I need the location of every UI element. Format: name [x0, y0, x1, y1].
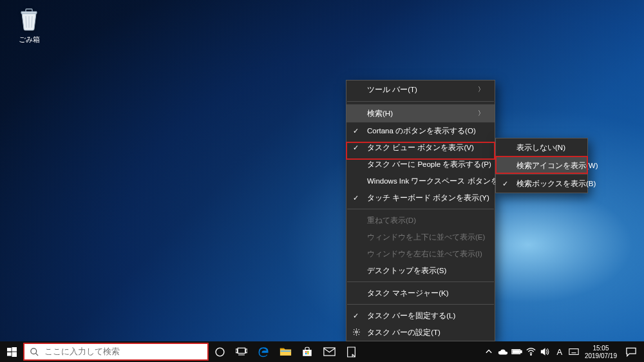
- svg-rect-20: [323, 348, 334, 356]
- chevron-right-icon: 〉: [465, 85, 484, 94]
- edge-button[interactable]: [252, 341, 274, 362]
- folder-icon: [279, 347, 292, 357]
- svg-rect-22: [521, 350, 522, 352]
- svg-rect-25: [569, 349, 578, 355]
- clock-time: 15:05: [585, 345, 617, 353]
- svg-rect-12: [236, 349, 237, 353]
- svg-rect-5: [12, 347, 17, 352]
- tray-network[interactable]: [524, 341, 538, 362]
- check-icon: ✓: [353, 312, 359, 320]
- cortana-icon: [214, 347, 225, 357]
- trash-icon: [15, 5, 43, 32]
- svg-point-24: [531, 354, 532, 356]
- svg-line-9: [35, 353, 38, 356]
- submenu-hidden[interactable]: 表示しない(N): [496, 138, 587, 157]
- check-icon: ✓: [353, 194, 359, 202]
- menu-separator: [347, 304, 494, 305]
- menu-toolbar[interactable]: ツール バー(T) 〉: [346, 81, 495, 99]
- svg-rect-16: [305, 351, 307, 352]
- clock-date: 2019/07/19: [585, 352, 617, 361]
- store-icon: [301, 346, 313, 357]
- windows-icon: [7, 347, 17, 357]
- svg-point-3: [355, 330, 357, 332]
- svg-rect-4: [7, 347, 12, 351]
- recycle-bin-icon[interactable]: ごみ箱: [9, 5, 49, 44]
- menu-stack-vertical: ウィンドウを上下に並べて表示(E): [346, 229, 495, 245]
- recycle-bin-label: ごみ箱: [9, 35, 49, 44]
- file-explorer-button[interactable]: [274, 341, 296, 362]
- svg-rect-6: [7, 352, 12, 356]
- svg-rect-11: [238, 348, 245, 353]
- search-input[interactable]: [44, 347, 202, 356]
- chevron-right-icon: 〉: [465, 109, 484, 118]
- svg-rect-17: [307, 351, 308, 352]
- search-submenu: 表示しない(N) 検索アイコンを表示(W) ✓ 検索ボックスを表示(B): [495, 138, 588, 193]
- menu-separator: [347, 209, 494, 209]
- search-icon: [30, 347, 39, 357]
- menu-cascade: 重ねて表示(D): [346, 212, 495, 229]
- battery-icon: [511, 348, 522, 355]
- notification-icon: [626, 347, 636, 357]
- svg-rect-13: [246, 349, 247, 353]
- task-view-button[interactable]: [231, 341, 252, 362]
- system-tray: A 15:05 2019/07/19: [482, 341, 644, 362]
- speaker-icon: [540, 347, 550, 356]
- menu-cortana-button[interactable]: ✓ Cortana のボタンを表示する(O): [346, 122, 495, 139]
- tray-ime[interactable]: A: [553, 341, 567, 362]
- gear-icon: [352, 328, 361, 338]
- mail-icon: [323, 347, 336, 356]
- taskbar: A 15:05 2019/07/19: [0, 341, 644, 362]
- wifi-icon: [526, 348, 536, 356]
- menu-stack-horizontal: ウィンドウを左右に並べて表示(I): [346, 245, 495, 262]
- note-icon: [346, 347, 356, 357]
- tray-overflow[interactable]: [482, 341, 496, 362]
- submenu-show-icon[interactable]: 検索アイコンを表示(W): [496, 157, 587, 175]
- svg-rect-23: [513, 350, 520, 353]
- chevron-up-icon: [486, 349, 492, 354]
- check-icon: ✓: [502, 180, 508, 188]
- check-icon: ✓: [353, 127, 359, 135]
- taskbar-clock[interactable]: 15:05 2019/07/19: [581, 343, 622, 361]
- note-button[interactable]: [340, 341, 362, 362]
- svg-rect-15: [280, 350, 290, 352]
- check-icon: ✓: [353, 144, 359, 152]
- menu-taskview-button[interactable]: ✓ タスク ビュー ボタンを表示(V): [346, 139, 495, 156]
- cortana-button[interactable]: [209, 341, 231, 362]
- taskbar-context-menu: ツール バー(T) 〉 検索(H) 〉 ✓ Cortana のボタンを表示する(…: [346, 80, 495, 341]
- menu-separator: [347, 281, 494, 282]
- menu-task-manager[interactable]: タスク マネージャー(K): [346, 285, 495, 301]
- mail-button[interactable]: [318, 341, 340, 362]
- svg-rect-7: [12, 352, 17, 357]
- tray-volume[interactable]: [538, 341, 553, 362]
- store-button[interactable]: [296, 341, 318, 362]
- tray-onedrive[interactable]: [496, 341, 510, 362]
- taskbar-search-box[interactable]: [23, 343, 209, 361]
- tray-input-indicator[interactable]: [567, 341, 581, 362]
- menu-separator: [347, 101, 494, 102]
- desktop[interactable]: ごみ箱 ツール バー(T) 〉 検索(H) 〉 ✓ Cortana のボタンを表…: [0, 0, 644, 362]
- svg-rect-18: [305, 353, 307, 354]
- edge-icon: [257, 345, 270, 358]
- menu-lock-taskbar[interactable]: ✓ タスク バーを固定する(L): [346, 307, 495, 324]
- menu-ink-workspace[interactable]: Windows Ink ワークスペース ボタンを表示(W): [346, 173, 495, 189]
- start-button[interactable]: [0, 341, 23, 362]
- menu-show-desktop[interactable]: デスクトップを表示(S): [346, 262, 495, 279]
- menu-touch-keyboard[interactable]: ✓ タッチ キーボード ボタンを表示(Y): [346, 189, 495, 206]
- action-center-button[interactable]: [622, 341, 640, 362]
- menu-taskbar-settings[interactable]: タスク バーの設定(T): [346, 324, 495, 341]
- keyboard-icon: [569, 348, 579, 356]
- menu-people[interactable]: タスク バーに People を表示する(P): [346, 156, 495, 173]
- svg-point-10: [216, 348, 224, 356]
- cloud-icon: [498, 348, 508, 356]
- menu-search[interactable]: 検索(H) 〉: [346, 104, 495, 122]
- taskview-icon: [236, 347, 247, 356]
- svg-point-8: [31, 348, 37, 354]
- submenu-show-box[interactable]: ✓ 検索ボックスを表示(B): [496, 175, 587, 193]
- svg-rect-19: [307, 353, 308, 354]
- tray-battery[interactable]: [510, 341, 524, 362]
